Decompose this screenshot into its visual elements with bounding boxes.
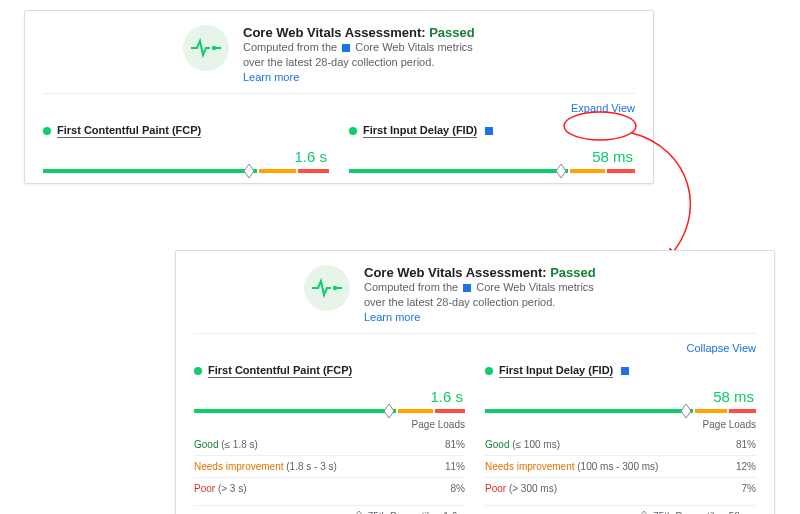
metric-fcp: First Contentful Paint (FCP) 1.6 s Page …: [194, 364, 465, 514]
status-dot-icon: [349, 127, 357, 135]
collapse-view-link[interactable]: Collapse View: [194, 340, 756, 364]
assessment-status: Passed: [429, 25, 475, 40]
sub-text-1: Computed from the: [243, 41, 337, 53]
distribution-bar-fid: [349, 169, 635, 173]
distribution-bar-fcp: [43, 169, 329, 173]
metric-fid: First Input Delay (FID) 58 ms Page Loads…: [485, 364, 756, 514]
assessment-status: Passed: [550, 265, 596, 280]
dist-value: 81%: [736, 439, 756, 450]
cwv-badge-icon: [621, 367, 629, 375]
table-row: Poor (> 300 ms) 7%: [485, 477, 756, 499]
table-row: Needs improvement (1.8 s - 3 s) 11%: [194, 455, 465, 477]
dist-range: (1.8 s - 3 s): [286, 461, 337, 472]
assessment-title: Core Web Vitals Assessment:: [364, 265, 547, 280]
status-dot-icon: [485, 367, 493, 375]
cwv-panel-expanded: Core Web Vitals Assessment: Passed Compu…: [175, 250, 775, 514]
learn-more-link[interactable]: Learn more: [364, 311, 596, 323]
percentile-marker-icon: [384, 404, 394, 418]
metrics-row: First Contentful Paint (FCP) 1.6 s Page …: [194, 364, 756, 514]
table-row: Good (≤ 1.8 s) 81%: [194, 434, 465, 455]
page-loads-label: Page Loads: [194, 419, 465, 430]
dist-range: (≤ 1.8 s): [221, 439, 258, 450]
assessment-title: Core Web Vitals Assessment:: [243, 25, 426, 40]
percentile-marker-icon: [681, 404, 691, 418]
dist-label-good: Good: [194, 439, 218, 450]
dist-range: (100 ms - 300 ms): [577, 461, 658, 472]
distribution-bar-fcp: [194, 409, 465, 413]
dist-value: 11%: [445, 461, 465, 472]
table-row: Needs improvement (100 ms - 300 ms) 12%: [485, 455, 756, 477]
sub-text-2: Core Web Vitals metrics: [355, 41, 473, 53]
svg-point-3: [333, 286, 337, 290]
metric-name-fcp[interactable]: First Contentful Paint (FCP): [57, 124, 201, 138]
dist-value: 81%: [445, 439, 465, 450]
percentile-marker-icon: [244, 164, 254, 178]
metric-fid: First Input Delay (FID) 58 ms: [349, 124, 635, 173]
dist-range: (> 300 ms): [509, 483, 557, 494]
metric-value-fid: 58 ms: [349, 148, 633, 165]
panel-header: Core Web Vitals Assessment: Passed Compu…: [43, 25, 635, 83]
metric-fcp: First Contentful Paint (FCP) 1.6 s: [43, 124, 329, 173]
expand-view-link[interactable]: Expand View: [43, 100, 635, 124]
table-row: Good (≤ 100 ms) 81%: [485, 434, 756, 455]
svg-point-0: [212, 46, 216, 50]
distribution-table-fcp: Good (≤ 1.8 s) 81% Needs improvement (1.…: [194, 434, 465, 499]
cwv-panel-collapsed: Core Web Vitals Assessment: Passed Compu…: [24, 10, 654, 184]
dist-value: 7%: [742, 483, 756, 494]
table-row: Poor (> 3 s) 8%: [194, 477, 465, 499]
distribution-bar-fid: [485, 409, 756, 413]
header-text: Core Web Vitals Assessment: Passed Compu…: [364, 265, 596, 323]
sub-text-2: Core Web Vitals metrics: [476, 281, 594, 293]
percentile-row: 75th Percentile - 1.6 s: [194, 505, 465, 514]
metric-name-fid[interactable]: First Input Delay (FID): [363, 124, 477, 138]
sub-text-3: over the latest 28-day collection period…: [243, 55, 475, 70]
metric-value-fid: 58 ms: [485, 388, 754, 405]
page-loads-label: Page Loads: [485, 419, 756, 430]
dist-label-poor: Poor: [485, 483, 506, 494]
cwv-badge-icon: [463, 284, 471, 292]
dist-label-ni: Needs improvement: [485, 461, 574, 472]
dist-value: 12%: [736, 461, 756, 472]
divider: [43, 93, 635, 94]
metrics-row: First Contentful Paint (FCP) 1.6 s First…: [43, 124, 635, 173]
dist-range: (> 3 s): [218, 483, 247, 494]
dist-range: (≤ 100 ms): [512, 439, 560, 450]
sub-text-3: over the latest 28-day collection period…: [364, 295, 596, 310]
distribution-table-fid: Good (≤ 100 ms) 81% Needs improvement (1…: [485, 434, 756, 499]
status-dot-icon: [43, 127, 51, 135]
dist-label-good: Good: [485, 439, 509, 450]
status-dot-icon: [194, 367, 202, 375]
dist-value: 8%: [451, 483, 465, 494]
header-text: Core Web Vitals Assessment: Passed Compu…: [243, 25, 475, 83]
dist-label-ni: Needs improvement: [194, 461, 283, 472]
vitals-icon: [304, 265, 350, 311]
cwv-badge-icon: [342, 44, 350, 52]
metric-name-fid[interactable]: First Input Delay (FID): [499, 364, 613, 378]
percentile-marker-icon: [556, 164, 566, 178]
sub-text-1: Computed from the: [364, 281, 458, 293]
cwv-badge-icon: [485, 127, 493, 135]
metric-name-fcp[interactable]: First Contentful Paint (FCP): [208, 364, 352, 378]
vitals-icon: [183, 25, 229, 71]
divider: [194, 333, 756, 334]
percentile-row: 75th Percentile - 58 ms: [485, 505, 756, 514]
metric-value-fcp: 1.6 s: [43, 148, 327, 165]
dist-label-poor: Poor: [194, 483, 215, 494]
metric-value-fcp: 1.6 s: [194, 388, 463, 405]
learn-more-link[interactable]: Learn more: [243, 71, 475, 83]
panel-header: Core Web Vitals Assessment: Passed Compu…: [194, 265, 756, 323]
